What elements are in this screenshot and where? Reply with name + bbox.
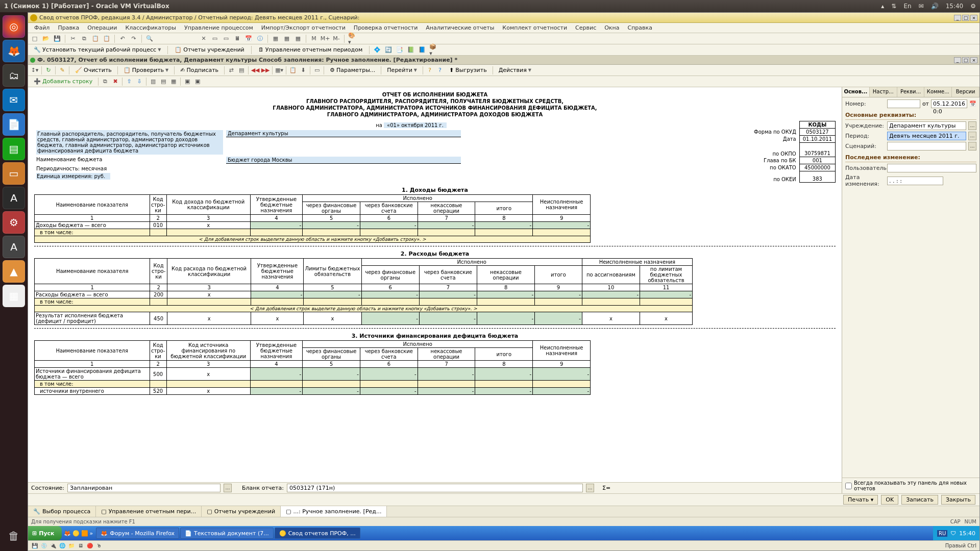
m-btn[interactable]: M [309,34,318,43]
dash-icon[interactable]: ◎ [3,15,25,38]
print-button[interactable]: Печать ▾ [843,495,878,505]
writer-icon[interactable]: 📄 [3,113,25,136]
tb-x3[interactable]: ▭ [222,34,231,43]
open-icon[interactable]: 📂 [41,34,51,43]
xp-tray[interactable]: RU 🛡 15:40 [933,526,979,540]
sound-icon[interactable]: 🔊 [931,3,939,10]
number-field[interactable] [887,99,920,108]
ok-button[interactable]: OK [881,495,898,505]
ql-1c[interactable]: 🟡 [72,530,80,537]
ctx-i5[interactable]: ⇄ [227,66,236,75]
vlc-icon[interactable]: ▲ [3,260,25,283]
calc-icon[interactable]: 🖩 [233,34,242,43]
menu-process[interactable]: Управление процессом [181,23,256,32]
copy-icon[interactable]: ⧉ [80,34,89,43]
ctx-help1[interactable]: ? [425,66,434,75]
mminus-btn[interactable]: M- [332,34,341,43]
doc-min-button[interactable]: _ [954,57,961,63]
paste2-icon[interactable]: 📋 [102,34,111,43]
tb2-i5[interactable]: 📘 [418,45,427,55]
wintab-process[interactable]: 🔧 Выбор процесса [28,506,96,517]
rt-i3[interactable]: ▦ [169,77,178,86]
impress-icon[interactable]: ▭ [3,162,25,185]
ctx-i11[interactable]: ⬇ [299,66,308,75]
vlc-tray-icon[interactable]: ▴ [881,3,884,10]
tb2-i4[interactable]: 📗 [406,45,415,55]
doc-max-button[interactable]: □ [962,57,969,63]
blank-field[interactable]: 0503127 (171н) [287,484,583,492]
keyboard-lang[interactable]: En [903,3,911,10]
network-icon[interactable]: ⇅ [891,3,896,10]
report-scroll-area[interactable]: ОТЧЕТ ОБ ИСПОЛНЕНИИ БЮДЖЕТА ГЛАВНОГО РАС… [28,87,842,482]
ctx-refresh[interactable]: ↻ [44,66,53,75]
ctx-i1[interactable]: ↕▾ [30,66,39,75]
gear-icon[interactable]: ⚙ [970,3,976,10]
mail-icon[interactable]: ✉ [919,3,924,10]
budget-name[interactable]: Бюджет города Москвы [226,157,461,164]
menu-help[interactable]: Справка [624,23,655,32]
period-button[interactable]: 🗓 Управление отчетным периодом [255,45,366,55]
ql-any[interactable]: 🟧 [81,530,88,537]
calendar-icon[interactable]: 📅 [969,101,976,107]
grid3-icon[interactable]: ▦ [293,34,303,43]
params-button[interactable]: ⚙ Параметры... [326,65,379,75]
grid2-icon[interactable]: ▦ [282,34,291,43]
menu-service[interactable]: Сервис [572,23,599,32]
ql-ff[interactable]: 🦊 [64,530,71,537]
always-show-checkbox[interactable] [845,483,852,489]
tb2-i2[interactable]: 🔄 [384,45,393,55]
sign-button[interactable]: ✍ Подписать [177,65,222,75]
menu-class[interactable]: Классификаторы [122,23,179,32]
actions-button[interactable]: Действия▼ [495,65,535,75]
task-text[interactable]: 📄 Текстовый документ (7... [180,528,274,539]
cal-icon[interactable]: 📅 [244,34,253,43]
org-field[interactable]: Депарамент культуры [887,121,966,130]
paste-icon[interactable]: 📋 [91,34,100,43]
menu-kit[interactable]: Комплект отчетности [499,23,570,32]
sources-table[interactable]: Наименование показателя Код стро-ки Код … [34,340,591,395]
clear-button[interactable]: 🧹 Очистить [71,65,115,75]
chgdate-field[interactable]: . . : : [887,177,943,185]
copy-row-icon[interactable]: ⧉ [101,77,110,86]
undo-icon[interactable]: ↶ [118,34,127,43]
state-field[interactable]: Запланирован [67,484,220,492]
firefox-icon[interactable]: 🦊 [3,40,25,62]
menu-ops[interactable]: Операции [84,23,120,32]
add-row-button[interactable]: ➕ Добавить строку [30,77,96,86]
rt-i1[interactable]: ▥ [149,77,158,86]
new-icon[interactable]: □ [30,34,39,43]
row-up-icon[interactable]: ⇧ [125,77,134,86]
settings-icon[interactable]: ⚙ [3,211,25,234]
upload-button[interactable]: ⬆ Выгрузить [446,65,491,75]
find-icon[interactable]: 🔍 [145,34,154,43]
doc-close-button[interactable]: × [970,57,977,63]
menu-import[interactable]: Импорт/Экспорт отчетности [258,23,349,32]
maximize-button[interactable]: □ [962,15,969,21]
goto-button[interactable]: Перейти▼ [383,65,421,75]
row-down-icon[interactable]: ⇩ [135,77,144,86]
tab-req[interactable]: Рекви... [897,87,925,97]
date-field[interactable]: 05.12.2016 0:0 [931,99,967,108]
tb2-i1[interactable]: 💠 [373,45,382,55]
scenario-picker[interactable]: … [968,142,976,151]
grid1-icon[interactable]: ▦ [271,34,280,43]
close-button[interactable]: × [970,15,977,21]
menu-windows[interactable]: Окна [601,23,622,32]
income-table[interactable]: Наименование показателя Код стро-ки Код … [34,194,591,243]
period-field[interactable]: Девять месяцев 2011 г. [887,132,966,140]
files-icon[interactable]: 🗂 [3,64,25,87]
tb-x1[interactable]: ✕ [199,34,208,43]
menu-check[interactable]: Проверка отчетности [351,23,421,32]
tb2-i3[interactable]: 📑 [395,45,404,55]
delete-row-icon[interactable]: ✖ [111,77,120,86]
redo-icon[interactable]: ↷ [129,34,138,43]
tab-versions[interactable]: Версии [952,87,979,97]
menu-file[interactable]: Файл [31,23,53,32]
task-firefox[interactable]: 🦊 Форум - Mozilla Firefox [96,528,179,539]
tb-x2[interactable]: ▭ [210,34,219,43]
wintab-reports[interactable]: ▢ Отчеты учреждений [202,506,281,517]
check-button[interactable]: 📋 Проверить▼ [120,65,172,75]
ctx-i10[interactable]: 📋 [288,66,298,75]
workspace-icon[interactable]: ▦ [3,285,25,307]
reports-button[interactable]: 📋 Отчеты учреждений [171,45,248,55]
